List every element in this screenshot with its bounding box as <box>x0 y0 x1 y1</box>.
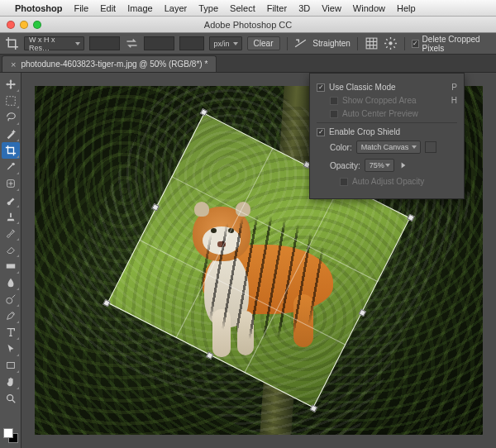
shortcut-key: P <box>451 83 457 92</box>
checkbox-unchecked-icon <box>330 97 338 105</box>
dodge-tool[interactable] <box>2 291 20 307</box>
svg-rect-0 <box>366 38 377 49</box>
menu-view[interactable]: View <box>322 3 341 13</box>
foreground-color-swatch[interactable] <box>3 428 13 438</box>
window-minimize-icon[interactable] <box>20 21 28 29</box>
document-tab[interactable]: × photodune-4603823-tiger-m.jpg @ 50% (R… <box>2 55 217 72</box>
shield-color-select[interactable]: Match Canvas <box>356 141 422 154</box>
menu-file[interactable]: File <box>74 3 88 13</box>
type-tool[interactable] <box>2 324 20 341</box>
rectangle-tool[interactable] <box>2 357 20 374</box>
crop-height-input[interactable] <box>144 36 174 50</box>
svg-point-6 <box>6 298 12 303</box>
clear-button[interactable]: Clear <box>247 36 280 50</box>
shortcut-key: H <box>451 96 457 105</box>
menu-3d[interactable]: 3D <box>298 3 310 13</box>
lasso-tool[interactable] <box>2 109 20 126</box>
auto-center-preview-row: Auto Center Preview <box>317 109 457 118</box>
straighten-icon[interactable] <box>293 36 308 51</box>
delete-cropped-label: Delete Cropped Pixels <box>422 35 491 53</box>
divider <box>317 122 457 123</box>
svg-point-8 <box>7 395 12 401</box>
move-tool[interactable] <box>2 76 20 93</box>
tools-panel <box>0 73 21 448</box>
menubar-app[interactable]: Photoshop <box>15 3 62 13</box>
gradient-tool[interactable] <box>2 258 20 274</box>
menu-image[interactable]: Image <box>127 3 153 13</box>
window-titlebar: Adobe Photoshop CC <box>0 17 496 33</box>
pen-tool[interactable] <box>2 307 20 324</box>
auto-center-preview-label: Auto Center Preview <box>342 109 457 118</box>
magic-wand-tool[interactable] <box>2 126 20 142</box>
zoom-tool[interactable] <box>2 390 20 407</box>
menu-select[interactable]: Select <box>230 3 255 13</box>
eyedropper-tool[interactable] <box>2 159 20 175</box>
divider <box>357 37 358 50</box>
aspect-ratio-preset[interactable]: W x H x Res… <box>24 36 84 50</box>
delete-cropped-pixels-checkbox[interactable]: ✓ Delete Cropped Pixels <box>412 35 491 53</box>
crop-settings-gear-icon[interactable] <box>384 36 398 51</box>
crop-overlay-icon[interactable] <box>365 36 379 51</box>
svg-rect-7 <box>7 363 14 369</box>
checkbox-unchecked-icon <box>340 178 348 186</box>
checkbox-checked-icon: ✓ <box>317 128 325 136</box>
window-title: Adobe Photoshop CC <box>204 20 292 30</box>
divider <box>404 37 405 50</box>
auto-adjust-opacity-label: Auto Adjust Opacity <box>352 177 457 186</box>
brush-tool[interactable] <box>2 192 20 208</box>
crop-options-bar: W x H x Res… px/in Clear Straighten ✓ De… <box>0 33 496 55</box>
enable-crop-shield-row[interactable]: ✓ Enable Crop Shield <box>317 127 457 136</box>
shield-color-label: Color: <box>330 143 352 152</box>
auto-adjust-opacity-row: Auto Adjust Opacity <box>317 177 457 186</box>
enable-crop-shield-label: Enable Crop Shield <box>329 127 457 136</box>
shield-opacity-row[interactable]: Opacity: 75% <box>317 158 457 173</box>
document-canvas[interactable]: ✓ Use Classic Mode P Show Cropped Area H… <box>21 73 496 448</box>
menu-filter[interactable]: Filter <box>267 3 287 13</box>
swap-dimensions-icon[interactable] <box>125 36 139 51</box>
show-cropped-area-label: Show Cropped Area <box>342 96 447 105</box>
menu-layer[interactable]: Layer <box>165 3 188 13</box>
svg-point-1 <box>389 41 392 45</box>
healing-brush-tool[interactable] <box>2 175 20 192</box>
eraser-tool[interactable] <box>2 241 20 258</box>
document-tab-label: photodune-4603823-tiger-m.jpg @ 50% (RGB… <box>21 60 207 69</box>
svg-rect-2 <box>6 97 15 106</box>
show-cropped-area-row: Show Cropped Area H <box>317 96 457 105</box>
menu-edit[interactable]: Edit <box>100 3 116 13</box>
chevron-right-icon[interactable] <box>398 158 408 173</box>
checkbox-checked-icon: ✓ <box>317 83 325 92</box>
path-selection-tool[interactable] <box>2 341 20 357</box>
document-tab-bar: × photodune-4603823-tiger-m.jpg @ 50% (R… <box>0 55 496 73</box>
shield-color-row[interactable]: Color: Match Canvas <box>317 141 457 154</box>
crop-tool[interactable] <box>2 142 20 159</box>
macos-menubar: Photoshop File Edit Image Layer Type Sel… <box>0 0 496 17</box>
use-classic-mode-label: Use Classic Mode <box>329 83 447 92</box>
shield-color-swatch[interactable] <box>425 141 436 153</box>
resolution-unit-select[interactable]: px/in <box>209 36 242 50</box>
crop-width-input[interactable] <box>89 36 120 50</box>
use-classic-mode-row[interactable]: ✓ Use Classic Mode P <box>317 83 457 92</box>
blur-tool[interactable] <box>2 274 20 291</box>
workspace: ✓ Use Classic Mode P Show Cropped Area H… <box>0 73 496 448</box>
straighten-label[interactable]: Straighten <box>312 39 351 48</box>
crop-tool-icon[interactable] <box>5 36 19 51</box>
menu-type[interactable]: Type <box>198 3 218 13</box>
crop-settings-panel: ✓ Use Classic Mode P Show Cropped Area H… <box>309 73 465 199</box>
shield-opacity-label: Opacity: <box>330 161 360 170</box>
svg-rect-4 <box>6 264 15 268</box>
color-swatches[interactable] <box>3 428 18 443</box>
marquee-tool[interactable] <box>2 93 20 109</box>
menu-window[interactable]: Window <box>353 3 385 13</box>
menu-help[interactable]: Help <box>397 3 416 13</box>
history-brush-tool[interactable] <box>2 225 20 241</box>
checkbox-unchecked-icon <box>330 110 338 118</box>
crop-resolution-input[interactable] <box>179 36 204 50</box>
close-tab-icon[interactable]: × <box>11 60 16 69</box>
clone-stamp-tool[interactable] <box>2 208 20 225</box>
window-close-icon[interactable] <box>7 21 15 29</box>
shield-opacity-field[interactable]: 75% <box>365 159 394 172</box>
hand-tool[interactable] <box>2 374 20 390</box>
divider <box>287 37 288 50</box>
window-zoom-icon[interactable] <box>33 21 41 29</box>
checkbox-checked-icon: ✓ <box>412 40 419 48</box>
